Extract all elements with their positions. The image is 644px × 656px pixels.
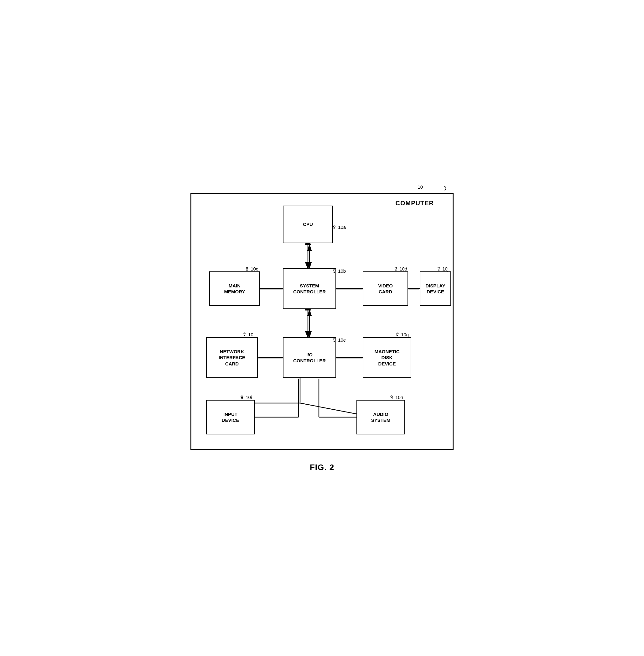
ref-label-cpu: ⮸ 10a [332, 224, 346, 230]
ref-label-10: 10 [417, 184, 423, 190]
io-controller-box: I/OCONTROLLER [283, 337, 336, 378]
ref-label-dd: ⮸ 10j [436, 266, 448, 271]
main-memory-label: MAINMEMORY [224, 283, 245, 295]
diagram-area: 10 COMPUTER [187, 184, 457, 453]
ref-label-as: ⮸ 10h [389, 395, 403, 400]
ref-label-id: ⮸ 10i [239, 395, 252, 400]
main-memory-box: MAINMEMORY [209, 271, 260, 306]
ref-label-sc: ⮸ 10b [332, 268, 346, 274]
cpu-box: CPU [283, 205, 333, 243]
ref-label-io: ⮸ 10e [332, 337, 346, 343]
ref-label-mm: ⮸ 10c [245, 266, 258, 271]
input-device-label: INPUTDEVICE [222, 411, 239, 423]
cpu-label: CPU [303, 221, 313, 227]
magnetic-disk-label: MAGNETICDISKDEVICE [375, 349, 400, 367]
video-card-label: VIDEOCARD [378, 283, 393, 295]
magnetic-disk-box: MAGNETICDISKDEVICE [363, 337, 411, 378]
system-controller-box: SYSTEMCONTROLLER [283, 268, 336, 309]
ref-label-nic: ⮸ 10f [242, 332, 255, 337]
nic-label: NETWORKINTERFACECARD [218, 349, 245, 367]
io-controller-label: I/OCONTROLLER [293, 352, 326, 364]
figure-caption: FIG. 2 [310, 463, 334, 472]
nic-box: NETWORKINTERFACECARD [206, 337, 258, 378]
computer-label: COMPUTER [396, 200, 434, 207]
audio-system-box: AUDIOSYSTEM [356, 400, 405, 434]
video-card-box: VIDEOCARD [363, 271, 408, 306]
system-controller-label: SYSTEMCONTROLLER [293, 283, 326, 295]
ref-label-vc: ⮸ 10d [393, 266, 407, 271]
page-wrapper: 10 COMPUTER [181, 184, 463, 472]
display-device-box: DISPLAYDEVICE [420, 271, 451, 306]
input-device-box: INPUTDEVICE [206, 400, 255, 434]
display-device-label: DISPLAYDEVICE [426, 283, 445, 295]
audio-system-label: AUDIOSYSTEM [371, 411, 391, 423]
ref-label-md: ⮸ 10g [395, 332, 409, 337]
